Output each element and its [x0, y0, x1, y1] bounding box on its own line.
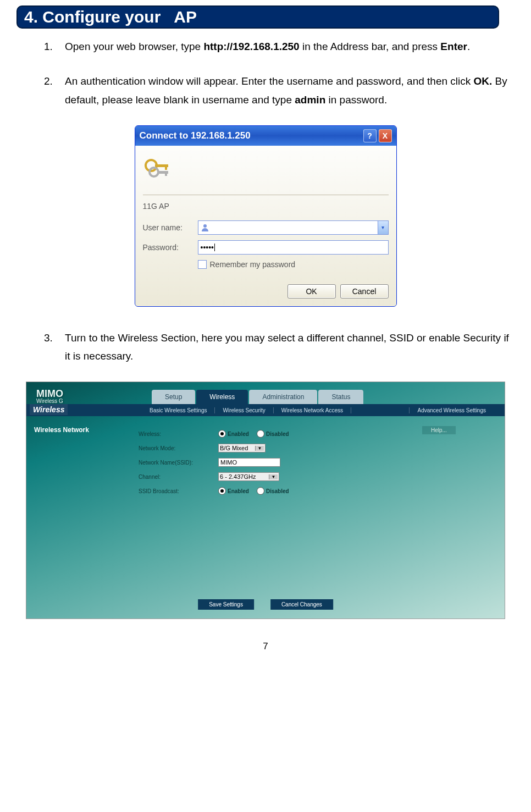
- broadcast-enabled-radio[interactable]: [218, 487, 226, 495]
- category-overlay: Wireless: [30, 404, 68, 415]
- wireless-label: Wireless:: [139, 431, 218, 437]
- subtab-basic[interactable]: Basic Wireless Settings: [142, 407, 215, 413]
- cancel-button[interactable]: Cancel: [340, 284, 389, 299]
- tab-administration[interactable]: Administration: [249, 390, 317, 404]
- step-text: Open your web browser, type http://192.1…: [65, 41, 470, 52]
- broadcast-label: SSID Broadcast:: [139, 488, 218, 494]
- chevron-down-icon[interactable]: ▼: [255, 446, 264, 451]
- auth-dialog: Connect to 192.168.1.250 ? X 11G AP User…: [135, 125, 397, 307]
- section-header: 4. Configure your AP: [16, 5, 499, 29]
- channel-label: Channel:: [139, 474, 218, 480]
- step-1: 1. Open your web browser, type http://19…: [44, 37, 515, 56]
- chevron-down-icon[interactable]: ▾: [378, 221, 388, 234]
- keys-icon: [143, 156, 176, 183]
- step-number: 1.: [44, 37, 53, 56]
- side-heading: Wireless Network: [26, 416, 139, 618]
- step-text: An authentication window will appear. En…: [65, 75, 507, 105]
- remember-label: Remember my password: [210, 260, 296, 269]
- router-brand: MIMO Wireless G: [26, 385, 130, 404]
- mode-label: Network Mode:: [139, 445, 218, 451]
- password-input[interactable]: •••••: [198, 240, 389, 255]
- dialog-titlebar: Connect to 192.168.1.250 ? X: [135, 126, 396, 146]
- svg-rect-2: [165, 164, 167, 170]
- ssid-input[interactable]: MIMO: [218, 458, 280, 467]
- step-3: 3. Turn to the Wireless Section, here yo…: [44, 329, 515, 366]
- dialog-title: Connect to 192.168.1.250: [140, 130, 251, 141]
- mode-select[interactable]: B/G Mixed▼: [218, 444, 266, 452]
- step-text: Turn to the Wireless Section, here you m…: [65, 332, 509, 362]
- tab-status[interactable]: Status: [318, 390, 363, 404]
- router-admin-screenshot: Wireless MIMO Wireless G Setup Wireless …: [26, 382, 505, 619]
- broadcast-disabled-radio[interactable]: [257, 487, 264, 495]
- password-label: Password:: [143, 243, 198, 252]
- steps-list: 1. Open your web browser, type http://19…: [16, 37, 515, 109]
- help-link[interactable]: Help...: [422, 426, 456, 434]
- subtab-security[interactable]: Wireless Security: [215, 407, 273, 413]
- cancel-changes-button[interactable]: Cancel Changes: [270, 599, 333, 610]
- steps-list-2: 3. Turn to the Wireless Section, here yo…: [16, 329, 515, 366]
- svg-point-6: [203, 224, 207, 228]
- close-icon[interactable]: X: [379, 129, 392, 142]
- help-icon[interactable]: ?: [363, 129, 377, 142]
- save-settings-button[interactable]: Save Settings: [198, 599, 254, 610]
- help-panel: Help...: [422, 416, 505, 618]
- username-input[interactable]: ▾: [198, 220, 389, 235]
- ok-button[interactable]: OK: [287, 284, 336, 299]
- ap-name-label: 11G AP: [143, 202, 389, 211]
- channel-select[interactable]: 6 - 2.437GHz▼: [218, 472, 279, 481]
- subtab-access[interactable]: Wireless Network Access: [274, 407, 351, 413]
- remember-checkbox[interactable]: [198, 260, 207, 269]
- chevron-down-icon[interactable]: ▼: [269, 474, 278, 479]
- username-label: User name:: [143, 223, 198, 232]
- page-number: 7: [16, 641, 515, 652]
- tab-wireless[interactable]: Wireless: [196, 390, 248, 404]
- step-number: 2.: [44, 72, 53, 90]
- tab-setup[interactable]: Setup: [152, 390, 195, 404]
- wireless-disabled-radio[interactable]: [257, 430, 264, 438]
- step-number: 3.: [44, 329, 53, 347]
- wireless-enabled-radio[interactable]: [218, 430, 226, 438]
- step-2: 2. An authentication window will appear.…: [44, 72, 515, 109]
- ssid-label: Network Name(SSID):: [139, 460, 218, 466]
- subtab-advanced[interactable]: Advanced Wireless Settings: [409, 407, 494, 413]
- svg-rect-5: [165, 171, 167, 176]
- user-icon: [201, 223, 209, 232]
